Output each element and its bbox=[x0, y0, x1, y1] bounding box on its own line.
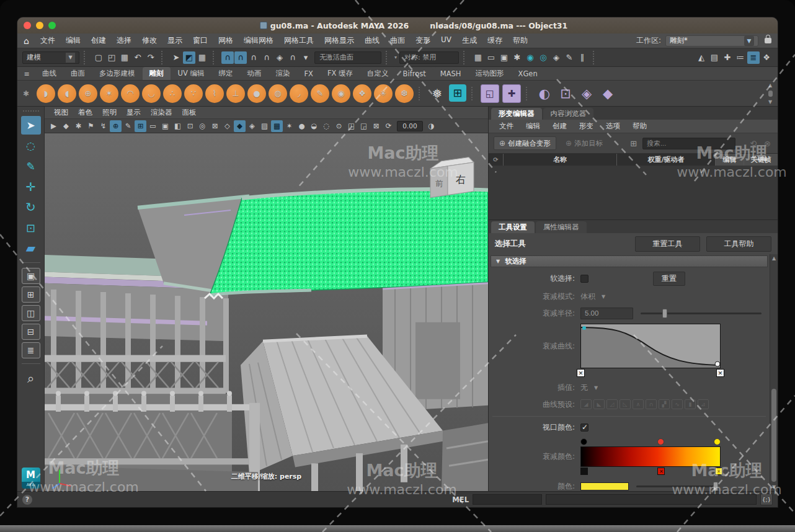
light-editor-icon[interactable]: ◈ bbox=[550, 51, 562, 64]
zoom-window-button[interactable] bbox=[48, 22, 56, 29]
preset-ramp-down-icon[interactable]: ◢ bbox=[580, 399, 592, 409]
erase-target-icon[interactable]: ◆ bbox=[598, 84, 617, 103]
active-surface-field[interactable]: 无激活曲面 bbox=[314, 51, 381, 64]
column-weight-driver[interactable]: 权重/驱动者 bbox=[617, 154, 716, 166]
menu-item[interactable]: 网格工具 bbox=[279, 34, 319, 47]
separator[interactable] bbox=[213, 51, 217, 64]
column-edit[interactable]: 编辑 bbox=[716, 154, 744, 166]
reset-button[interactable]: 重置 bbox=[653, 272, 685, 286]
menu-item[interactable]: 创建 bbox=[86, 34, 111, 47]
pane-close-icon[interactable]: ⊠ bbox=[370, 120, 382, 132]
camera-select-icon[interactable]: ▶ bbox=[48, 120, 60, 132]
ramp-key-yellow[interactable] bbox=[714, 438, 721, 445]
film-gate-icon[interactable]: ▭ bbox=[147, 120, 159, 132]
safe-action-icon[interactable]: ◎ bbox=[197, 120, 208, 132]
render-view-icon[interactable]: ▦ bbox=[472, 51, 484, 64]
sculpt-knife-tool-icon[interactable]: ▰ bbox=[21, 239, 41, 257]
open-scene-icon[interactable]: ◰ bbox=[105, 51, 118, 64]
falloff-radius-field[interactable] bbox=[580, 308, 633, 319]
shape-editor-window-icon[interactable]: ◱ bbox=[481, 84, 499, 103]
curve-marker-left[interactable]: ✕ bbox=[577, 369, 585, 377]
falloff-gradient-bar[interactable] bbox=[580, 446, 721, 467]
contrast-icon[interactable]: ◑ bbox=[425, 120, 437, 132]
shelf-tab[interactable]: 运动图形 bbox=[469, 67, 511, 80]
grid-icon[interactable]: ⊞ bbox=[135, 120, 146, 132]
sculpt-scrape-icon[interactable]: ◍ bbox=[269, 84, 287, 103]
snap-grid-icon[interactable]: ∩ bbox=[221, 51, 234, 64]
menu-item[interactable]: 修改 bbox=[137, 34, 162, 47]
ramp-stop-red[interactable]: ✕ bbox=[657, 468, 665, 475]
make-live-icon[interactable]: ∩ bbox=[286, 51, 299, 64]
character-controls-icon[interactable]: ✚ bbox=[721, 51, 734, 64]
gate-mask-icon[interactable]: ◧ bbox=[172, 120, 184, 132]
ramp-key-black[interactable] bbox=[580, 438, 587, 445]
shape-editor-menu-item[interactable]: 帮助 bbox=[627, 121, 652, 131]
sculpt-amplify-icon[interactable]: ✳ bbox=[374, 84, 393, 103]
column-key[interactable]: 关键帧 bbox=[744, 154, 778, 166]
lighting-icon[interactable]: ✶ bbox=[283, 120, 295, 132]
pause-icon[interactable]: ‖ bbox=[576, 51, 588, 64]
preset-solid-icon[interactable]: ▮ bbox=[685, 399, 696, 409]
menu-item[interactable]: 显示 bbox=[162, 34, 187, 47]
snap-options-arrow-icon[interactable]: ▾ bbox=[300, 51, 312, 64]
single-pane-layout-icon[interactable]: ▣ bbox=[22, 268, 40, 284]
shelf-tab[interactable]: 曲线 bbox=[35, 67, 63, 80]
menu-item[interactable]: 缓存 bbox=[482, 34, 507, 47]
curve-marker-right[interactable]: ✕ bbox=[716, 369, 724, 377]
camera-attributes-icon[interactable]: ✱ bbox=[73, 120, 84, 132]
shape-editor-menu-item[interactable]: 选项 bbox=[600, 121, 626, 131]
preset-ease-icon[interactable]: ◺ bbox=[620, 399, 631, 409]
sculpt-pinch-icon[interactable]: ◠ bbox=[121, 84, 140, 103]
panel-menu-item[interactable]: 照明 bbox=[98, 107, 121, 118]
shelf-scrollbar[interactable]: ▲▼ bbox=[766, 81, 774, 106]
snap-point-icon[interactable]: ∩ bbox=[247, 51, 260, 64]
separator[interactable] bbox=[593, 51, 597, 64]
display-layers-icon[interactable]: ❖ bbox=[760, 51, 773, 64]
close-window-button[interactable] bbox=[24, 22, 31, 29]
snap-projected-center-icon[interactable]: ∩ bbox=[260, 51, 273, 64]
select-tool-icon[interactable]: ➤ bbox=[21, 116, 41, 135]
zoom-tool-icon[interactable]: ⌕ bbox=[21, 369, 41, 388]
sculpt-knife-icon[interactable]: ✎ bbox=[311, 84, 329, 103]
save-scene-icon[interactable]: ▦ bbox=[118, 51, 131, 64]
separator[interactable] bbox=[84, 51, 88, 64]
menu-item[interactable]: 曲线 bbox=[360, 34, 384, 47]
workspace-select[interactable]: 雕刻* ▼ bbox=[665, 35, 758, 47]
shape-editor-list[interactable] bbox=[489, 166, 778, 220]
exposure-field[interactable]: 0.00 bbox=[397, 121, 423, 131]
menu-item[interactable]: 帮助 bbox=[508, 34, 533, 47]
ramp-stop-black[interactable] bbox=[580, 468, 588, 475]
wireframe-on-shaded-icon[interactable]: ◈ bbox=[246, 120, 258, 132]
falloff-color-ramp[interactable]: ✕ ✕ bbox=[580, 438, 721, 476]
new-scene-icon[interactable]: ▢ bbox=[92, 51, 105, 64]
delete-icon[interactable]: ⊗ bbox=[762, 139, 773, 148]
panel-menu-item[interactable]: 着色 bbox=[74, 107, 97, 118]
column-name[interactable]: 名称 bbox=[504, 154, 617, 166]
ipr-render-icon[interactable]: ▣ bbox=[498, 51, 510, 64]
shelf-menu-icon[interactable]: ≡ bbox=[19, 70, 35, 78]
shape-editor-menu-item[interactable]: 创建 bbox=[547, 121, 572, 131]
isolate-select-icon[interactable]: ⊙ bbox=[333, 120, 345, 132]
falloff-radius-slider[interactable] bbox=[641, 313, 762, 314]
preset-dome-icon[interactable]: ∩ bbox=[646, 399, 657, 409]
preset-step-icon[interactable]: ▞ bbox=[659, 399, 670, 409]
panel-tab[interactable]: 内容浏览器 bbox=[543, 108, 594, 120]
reset-tool-button[interactable]: 重置工具 bbox=[635, 236, 700, 252]
sculpt-target-icon[interactable]: ◐ bbox=[535, 84, 554, 103]
annotate-icon[interactable]: ✎ bbox=[122, 120, 134, 132]
sculpt-freeze-icon[interactable]: ❆ bbox=[395, 84, 414, 103]
panel-tab[interactable]: 形变编辑器 bbox=[491, 108, 542, 120]
sculpt-wax-icon[interactable]: ● bbox=[247, 84, 266, 103]
sculpt-fill-icon[interactable]: ◞ bbox=[290, 84, 308, 103]
interpolation-value[interactable]: 无 bbox=[580, 383, 588, 393]
shelf-tab[interactable]: 动画 bbox=[240, 67, 268, 80]
soft-select-header[interactable]: ▼ 软选择 bbox=[491, 255, 768, 267]
toolbox-grip[interactable] bbox=[23, 110, 39, 112]
pane-paste-icon[interactable]: ◲ bbox=[358, 120, 370, 132]
preset-custom-icon[interactable]: ⊿ bbox=[698, 399, 709, 409]
panel-scrollbar[interactable]: ▲ ▼ bbox=[770, 254, 778, 491]
mel-result-field[interactable] bbox=[546, 494, 757, 505]
scale-tool-icon[interactable]: ⊡ bbox=[21, 218, 41, 237]
separator[interactable] bbox=[386, 51, 390, 64]
shelf-tab[interactable]: 自定义 bbox=[360, 67, 396, 80]
